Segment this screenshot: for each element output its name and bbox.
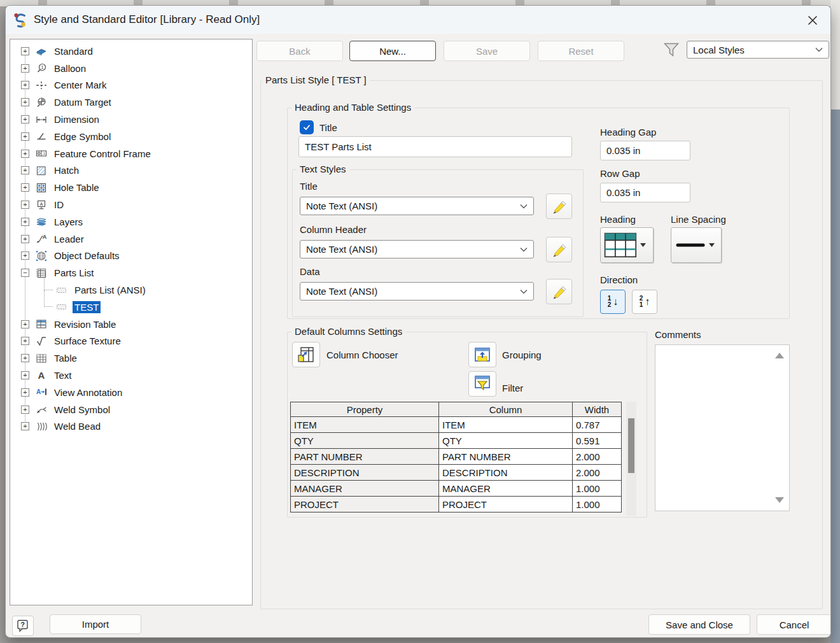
tree-item-view-annotation[interactable]: +AView Annotation	[10, 384, 252, 401]
column-header-style-select[interactable]: Note Text (ANSI)	[300, 240, 534, 258]
table-row[interactable]: DESCRIPTIONDESCRIPTION2.000	[291, 465, 622, 481]
cell-property[interactable]: QTY	[291, 433, 439, 449]
row-gap-input[interactable]	[600, 183, 690, 202]
direction-down-button[interactable]: 12 ↓	[600, 290, 626, 314]
table-row[interactable]: PART NUMBERPART NUMBER2.000	[291, 449, 622, 465]
tree-expand-icon[interactable]: +	[21, 98, 29, 106]
save-and-close-button[interactable]: Save and Close	[648, 614, 750, 635]
grouping-button[interactable]	[468, 342, 496, 367]
tree-expand-icon[interactable]: +	[21, 235, 29, 243]
edit-column-header-style-button[interactable]	[546, 237, 572, 262]
tree-expand-icon[interactable]: +	[21, 388, 29, 397]
tree-expand-icon[interactable]: +	[21, 150, 29, 158]
cell-width[interactable]: 0.787	[573, 417, 622, 433]
cell-property[interactable]: PART NUMBER	[291, 449, 439, 465]
reset-button[interactable]: Reset	[538, 41, 624, 61]
heading-placement-dropdown-button[interactable]	[600, 227, 654, 263]
cell-column[interactable]: ITEM	[439, 417, 573, 433]
scrollbar-thumb[interactable]	[628, 418, 634, 473]
tree-expand-icon[interactable]: +	[21, 183, 29, 192]
cell-width[interactable]: 1.000	[573, 481, 622, 497]
cell-column[interactable]: PART NUMBER	[439, 449, 573, 465]
cell-property[interactable]: ITEM	[291, 417, 439, 433]
tree-item-center-mark[interactable]: +Center Mark	[10, 77, 252, 94]
line-spacing-dropdown-button[interactable]	[671, 227, 722, 263]
cell-width[interactable]: 2.000	[573, 465, 622, 481]
column-header-column[interactable]: Column	[439, 402, 573, 417]
tree-expand-icon[interactable]: +	[21, 64, 29, 73]
tree-expand-icon[interactable]: +	[21, 251, 29, 260]
tree-item-id[interactable]: +AID	[10, 196, 252, 213]
column-header-width[interactable]: Width	[573, 402, 622, 417]
tree-item-datum-target[interactable]: +Datum Target	[10, 94, 252, 111]
tree-item-edge-symbol[interactable]: +Edge Symbol	[10, 128, 252, 145]
scroll-down-icon[interactable]	[775, 497, 784, 503]
table-title-input[interactable]	[298, 136, 572, 157]
tree-item-test[interactable]: TEST	[10, 299, 252, 316]
cell-property[interactable]: DESCRIPTION	[291, 465, 439, 481]
comments-textarea[interactable]	[655, 345, 789, 511]
direction-up-button[interactable]: 21 ↑	[632, 290, 657, 314]
tree-expand-icon[interactable]: +	[21, 115, 29, 124]
tree-item-feature-control-frame[interactable]: +.1Feature Control Frame	[10, 145, 252, 162]
tree-item-parts-list[interactable]: −Parts List	[10, 264, 252, 281]
tree-expand-icon[interactable]: +	[21, 132, 29, 141]
cell-width[interactable]: 0.591	[573, 433, 622, 449]
tree-expand-icon[interactable]: +	[21, 406, 29, 414]
scroll-up-icon[interactable]	[775, 353, 784, 358]
cancel-button[interactable]: Cancel	[757, 614, 831, 635]
cell-property[interactable]: MANAGER	[291, 481, 439, 497]
edit-data-style-button[interactable]	[546, 279, 572, 304]
title-style-select[interactable]: Note Text (ANSI)	[300, 197, 534, 215]
title-checkbox[interactable]	[300, 120, 314, 134]
tree-expand-icon[interactable]: +	[21, 422, 29, 430]
cell-column[interactable]: DESCRIPTION	[439, 465, 573, 481]
columns-table-scrollbar[interactable]	[626, 402, 636, 516]
cell-column[interactable]: PROJECT	[439, 497, 573, 512]
cell-column[interactable]: MANAGER	[439, 481, 573, 497]
tree-item-object-defaults[interactable]: +Object Defaults	[10, 248, 252, 265]
new-button[interactable]: New...	[349, 41, 436, 61]
cell-width[interactable]: 2.000	[573, 449, 622, 465]
tree-item-weld-symbol[interactable]: +Weld Symbol	[10, 401, 252, 418]
cell-column[interactable]: QTY	[439, 433, 573, 449]
edit-title-style-button[interactable]	[546, 194, 572, 219]
tree-expand-icon[interactable]: +	[21, 166, 29, 174]
cell-width[interactable]: 1.000	[573, 497, 622, 512]
tree-expand-icon[interactable]: +	[21, 371, 29, 379]
table-row[interactable]: MANAGERMANAGER1.000	[291, 481, 622, 497]
column-chooser-button[interactable]	[292, 342, 320, 367]
tree-item-surface-texture[interactable]: +Surface Texture	[10, 333, 252, 350]
filter-button[interactable]	[468, 371, 496, 397]
tree-expand-icon[interactable]: +	[21, 354, 29, 362]
tree-expand-icon[interactable]: +	[21, 47, 29, 55]
cell-property[interactable]: PROJECT	[291, 497, 439, 512]
tree-item-weld-bead[interactable]: +Weld Bead	[10, 418, 252, 435]
style-filter-select[interactable]: Local Styles	[687, 41, 829, 59]
tree-collapse-icon[interactable]: −	[21, 269, 29, 277]
data-style-select[interactable]: Note Text (ANSI)	[300, 282, 534, 300]
table-row[interactable]: QTYQTY0.591	[291, 433, 622, 449]
tree-expand-icon[interactable]: +	[21, 320, 29, 329]
tree-item-balloon[interactable]: +1Balloon	[10, 60, 252, 77]
tree-expand-icon[interactable]: +	[21, 218, 29, 226]
tree-item-layers[interactable]: +Layers	[10, 213, 252, 230]
tree-item-dimension[interactable]: +Dimension	[10, 111, 252, 128]
tree-item-standard[interactable]: +Standard	[10, 43, 252, 60]
tree-expand-icon[interactable]: +	[21, 81, 29, 89]
tree-expand-icon[interactable]: +	[21, 337, 29, 345]
tree-item-hole-table[interactable]: +Hole Table	[10, 179, 252, 196]
tree-item-revision-table[interactable]: +Revision Table	[10, 316, 252, 333]
tree-item-leader[interactable]: +ALeader	[10, 230, 252, 248]
table-row[interactable]: ITEMITEM0.787	[291, 417, 622, 433]
tree-expand-icon[interactable]: +	[21, 201, 29, 209]
import-button[interactable]: Import	[50, 614, 141, 634]
back-button[interactable]: Back	[256, 41, 343, 61]
tree-item-hatch[interactable]: +Hatch	[10, 162, 252, 180]
tree-item-text[interactable]: +AText	[10, 367, 252, 384]
column-header-property[interactable]: Property	[291, 402, 439, 417]
help-button[interactable]: ?	[12, 616, 34, 636]
heading-gap-input[interactable]	[600, 141, 690, 160]
tree-item-parts-list-ansi[interactable]: Parts List (ANSI)	[10, 281, 252, 299]
tree-item-table[interactable]: +Table	[10, 350, 252, 367]
